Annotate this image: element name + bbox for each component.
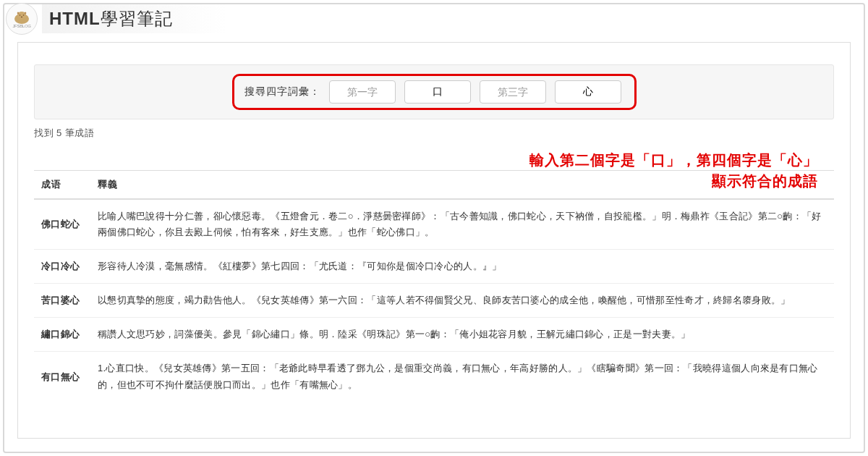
idiom-cell[interactable]: 苦口婆心 [34, 284, 90, 318]
content-frame: 搜尋四字詞彙： 找到 5 筆成語 輸入第二個字是「口」，第四個字是「心」 顯示符… [17, 42, 851, 439]
svg-point-2 [20, 14, 21, 16]
svg-point-6 [25, 12, 27, 14]
table-row: 苦口婆心 以懇切真摯的態度，竭力勸告他人。《兒女英雄傳》第一六回：「這等人若不得… [34, 284, 834, 318]
col-idiom-header: 成语 [34, 171, 90, 200]
search-box-highlight: 搜尋四字詞彙： [232, 74, 637, 110]
search-label: 搜尋四字詞彙： [244, 85, 320, 98]
def-cell: 形容待人冷漠，毫無感情。《紅樓夢》第七四回：「尤氏道：『可知你是個冷口冷心的人。… [90, 250, 834, 284]
idiom-cell[interactable]: 冷口冷心 [34, 250, 90, 284]
site-logo: JFSBLOG [6, 3, 38, 35]
capybara-icon [12, 9, 31, 24]
idiom-cell[interactable]: 有口無心 [34, 352, 90, 402]
idiom-cell[interactable]: 佛口蛇心 [34, 199, 90, 250]
site-header: JFSBLOG HTML學習筆記 [3, 3, 260, 35]
table-row: 繡口錦心 稱讚人文思巧妙，詞藻優美。參見「錦心繡口」條。明．陸采《明珠記》第一○… [34, 318, 834, 352]
svg-point-5 [17, 12, 20, 14]
char1-input[interactable] [329, 80, 396, 104]
table-row: 冷口冷心 形容待人冷漠，毫無感情。《紅樓夢》第七四回：「尤氏道：『可知你是個冷口… [34, 250, 834, 284]
char2-input[interactable] [404, 80, 471, 104]
char4-input[interactable] [555, 80, 621, 104]
search-panel: 搜尋四字詞彙： [34, 64, 834, 119]
table-row: 佛口蛇心 比喻人嘴巴說得十分仁善，卻心懷惡毒。《五燈會元．卷二○．淨慈曇密禪師》… [34, 199, 834, 250]
red-annotation: 輸入第二個字是「口」，第四個字是「心」 顯示符合的成語 [529, 150, 818, 192]
def-cell: 稱讚人文思巧妙，詞藻優美。參見「錦心繡口」條。明．陸采《明珠記》第一○齣：「俺小… [90, 318, 834, 352]
result-count: 找到 5 筆成語 [34, 127, 834, 140]
char3-input[interactable] [480, 80, 546, 104]
logo-caption: JFSBLOG [12, 24, 30, 28]
site-title: HTML學習筆記 [42, 4, 260, 33]
idiom-table: 成语 釋義 佛口蛇心 比喻人嘴巴說得十分仁善，卻心懷惡毒。《五燈會元．卷二○．淨… [34, 170, 834, 402]
svg-point-3 [23, 14, 25, 16]
idiom-cell[interactable]: 繡口錦心 [34, 318, 90, 352]
svg-point-4 [21, 17, 22, 18]
def-cell: 以懇切真摯的態度，竭力勸告他人。《兒女英雄傳》第一六回：「這等人若不得個賢父兄、… [90, 284, 834, 318]
table-row: 有口無心 1.心直口快。《兒女英雄傳》第一五回：「老爺此時早看透了鄧九公，是個重… [34, 352, 834, 402]
annotation-line2: 顯示符合的成語 [529, 171, 818, 192]
annotation-line1: 輸入第二個字是「口」，第四個字是「心」 [529, 150, 818, 171]
def-cell: 比喻人嘴巴說得十分仁善，卻心懷惡毒。《五燈會元．卷二○．淨慈曇密禪師》：「古今善… [90, 199, 834, 250]
def-cell: 1.心直口快。《兒女英雄傳》第一五回：「老爺此時早看透了鄧九公，是個重交尚義，有… [90, 352, 834, 402]
